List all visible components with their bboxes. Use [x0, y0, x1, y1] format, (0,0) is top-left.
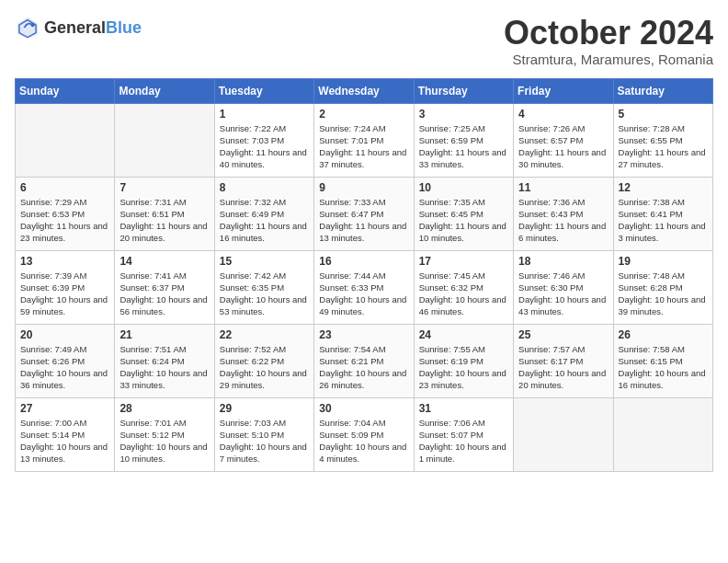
calendar-cell: 18Sunrise: 7:46 AMSunset: 6:30 PMDayligh…: [514, 250, 613, 324]
day-number: 1: [220, 108, 309, 121]
day-detail: Sunrise: 7:26 AMSunset: 6:57 PMDaylight:…: [518, 122, 608, 171]
day-detail: Sunrise: 7:33 AMSunset: 6:47 PMDaylight:…: [319, 196, 408, 245]
day-detail: Sunrise: 7:38 AMSunset: 6:41 PMDaylight:…: [619, 196, 708, 245]
calendar-cell: 2Sunrise: 7:24 AMSunset: 7:01 PMDaylight…: [314, 103, 414, 177]
calendar-cell: [613, 397, 712, 471]
day-number: 6: [20, 181, 109, 194]
calendar-cell: 11Sunrise: 7:36 AMSunset: 6:43 PMDayligh…: [514, 177, 613, 250]
day-detail: Sunrise: 7:35 AMSunset: 6:45 PMDaylight:…: [419, 196, 508, 245]
calendar-cell: [16, 103, 115, 177]
day-detail: Sunrise: 7:01 AMSunset: 5:12 PMDaylight:…: [119, 417, 209, 465]
day-number: 23: [319, 328, 408, 341]
weekday-header: Wednesday: [314, 78, 414, 103]
weekday-header: Sunday: [16, 78, 115, 103]
calendar-week-row: 20Sunrise: 7:49 AMSunset: 6:26 PMDayligh…: [16, 324, 713, 397]
calendar-week-row: 13Sunrise: 7:39 AMSunset: 6:39 PMDayligh…: [16, 250, 713, 324]
day-detail: Sunrise: 7:03 AMSunset: 5:10 PMDaylight:…: [220, 417, 309, 465]
day-detail: Sunrise: 7:51 AMSunset: 6:24 PMDaylight:…: [119, 343, 209, 392]
day-number: 10: [419, 181, 508, 194]
calendar-cell: 27Sunrise: 7:00 AMSunset: 5:14 PMDayligh…: [16, 397, 115, 471]
day-number: 20: [20, 328, 109, 341]
day-detail: Sunrise: 7:54 AMSunset: 6:21 PMDaylight:…: [319, 343, 408, 392]
logo-general: General: [44, 18, 106, 37]
svg-point-2: [31, 23, 35, 27]
calendar-cell: 28Sunrise: 7:01 AMSunset: 5:12 PMDayligh…: [115, 397, 214, 471]
calendar-cell: 16Sunrise: 7:44 AMSunset: 6:33 PMDayligh…: [314, 250, 414, 324]
calendar-cell: 25Sunrise: 7:57 AMSunset: 6:17 PMDayligh…: [514, 324, 613, 397]
day-detail: Sunrise: 7:39 AMSunset: 6:39 PMDaylight:…: [20, 270, 109, 318]
calendar-cell: 17Sunrise: 7:45 AMSunset: 6:32 PMDayligh…: [414, 250, 513, 324]
day-number: 26: [619, 328, 708, 341]
logo-icon: [15, 15, 40, 40]
calendar-header-row: SundayMondayTuesdayWednesdayThursdayFrid…: [16, 78, 713, 103]
logo-text: GeneralBlue: [44, 18, 142, 38]
day-number: 13: [20, 255, 109, 268]
calendar-table: SundayMondayTuesdayWednesdayThursdayFrid…: [15, 78, 713, 472]
calendar-cell: 12Sunrise: 7:38 AMSunset: 6:41 PMDayligh…: [613, 177, 712, 250]
logo-blue: Blue: [106, 18, 142, 37]
day-detail: Sunrise: 7:41 AMSunset: 6:37 PMDaylight:…: [119, 270, 209, 318]
day-number: 28: [119, 402, 209, 415]
day-number: 22: [220, 328, 309, 341]
calendar-cell: 22Sunrise: 7:52 AMSunset: 6:22 PMDayligh…: [214, 324, 313, 397]
calendar-cell: 23Sunrise: 7:54 AMSunset: 6:21 PMDayligh…: [314, 324, 414, 397]
day-number: 4: [518, 108, 608, 121]
calendar-cell: 19Sunrise: 7:48 AMSunset: 6:28 PMDayligh…: [613, 250, 712, 324]
day-number: 31: [419, 402, 508, 415]
calendar-cell: 20Sunrise: 7:49 AMSunset: 6:26 PMDayligh…: [16, 324, 115, 397]
day-detail: Sunrise: 7:48 AMSunset: 6:28 PMDaylight:…: [619, 270, 708, 318]
day-detail: Sunrise: 7:22 AMSunset: 7:03 PMDaylight:…: [220, 122, 309, 171]
day-detail: Sunrise: 7:04 AMSunset: 5:09 PMDaylight:…: [319, 417, 408, 465]
day-detail: Sunrise: 7:57 AMSunset: 6:17 PMDaylight:…: [518, 343, 608, 392]
day-number: 29: [220, 402, 309, 415]
day-number: 3: [419, 108, 508, 121]
calendar-cell: [514, 397, 613, 471]
day-number: 15: [220, 255, 309, 268]
day-detail: Sunrise: 7:58 AMSunset: 6:15 PMDaylight:…: [619, 343, 708, 392]
title-block: October 2024 Stramtura, Maramures, Roman…: [504, 15, 713, 67]
calendar-cell: 13Sunrise: 7:39 AMSunset: 6:39 PMDayligh…: [16, 250, 115, 324]
calendar-cell: 1Sunrise: 7:22 AMSunset: 7:03 PMDaylight…: [214, 103, 313, 177]
calendar-cell: 7Sunrise: 7:31 AMSunset: 6:51 PMDaylight…: [115, 177, 214, 250]
day-detail: Sunrise: 7:49 AMSunset: 6:26 PMDaylight:…: [20, 343, 109, 392]
calendar-cell: 9Sunrise: 7:33 AMSunset: 6:47 PMDaylight…: [314, 177, 414, 250]
day-detail: Sunrise: 7:46 AMSunset: 6:30 PMDaylight:…: [518, 270, 608, 318]
day-number: 19: [619, 255, 708, 268]
page-header: GeneralBlue October 2024 Stramtura, Mara…: [15, 15, 713, 67]
day-detail: Sunrise: 7:32 AMSunset: 6:49 PMDaylight:…: [220, 196, 309, 245]
calendar-cell: 3Sunrise: 7:25 AMSunset: 6:59 PMDaylight…: [414, 103, 513, 177]
day-detail: Sunrise: 7:00 AMSunset: 5:14 PMDaylight:…: [20, 417, 109, 465]
day-number: 30: [319, 402, 408, 415]
day-number: 14: [119, 255, 209, 268]
day-detail: Sunrise: 7:31 AMSunset: 6:51 PMDaylight:…: [119, 196, 209, 245]
calendar-cell: 31Sunrise: 7:06 AMSunset: 5:07 PMDayligh…: [414, 397, 513, 471]
calendar-cell: 29Sunrise: 7:03 AMSunset: 5:10 PMDayligh…: [214, 397, 313, 471]
calendar-cell: 30Sunrise: 7:04 AMSunset: 5:09 PMDayligh…: [314, 397, 414, 471]
day-detail: Sunrise: 7:52 AMSunset: 6:22 PMDaylight:…: [220, 343, 309, 392]
calendar-cell: 5Sunrise: 7:28 AMSunset: 6:55 PMDaylight…: [613, 103, 712, 177]
calendar-cell: 24Sunrise: 7:55 AMSunset: 6:19 PMDayligh…: [414, 324, 513, 397]
calendar-cell: 21Sunrise: 7:51 AMSunset: 6:24 PMDayligh…: [115, 324, 214, 397]
day-detail: Sunrise: 7:25 AMSunset: 6:59 PMDaylight:…: [419, 122, 508, 171]
calendar-cell: 6Sunrise: 7:29 AMSunset: 6:53 PMDaylight…: [16, 177, 115, 250]
calendar-week-row: 27Sunrise: 7:00 AMSunset: 5:14 PMDayligh…: [16, 397, 713, 471]
day-number: 21: [119, 328, 209, 341]
day-detail: Sunrise: 7:28 AMSunset: 6:55 PMDaylight:…: [619, 122, 708, 171]
day-number: 7: [119, 181, 209, 194]
day-detail: Sunrise: 7:42 AMSunset: 6:35 PMDaylight:…: [220, 270, 309, 318]
day-number: 16: [319, 255, 408, 268]
calendar-cell: 14Sunrise: 7:41 AMSunset: 6:37 PMDayligh…: [115, 250, 214, 324]
day-detail: Sunrise: 7:44 AMSunset: 6:33 PMDaylight:…: [319, 270, 408, 318]
calendar-cell: 4Sunrise: 7:26 AMSunset: 6:57 PMDaylight…: [514, 103, 613, 177]
day-number: 18: [518, 255, 608, 268]
weekday-header: Friday: [514, 78, 613, 103]
day-detail: Sunrise: 7:45 AMSunset: 6:32 PMDaylight:…: [419, 270, 508, 318]
day-detail: Sunrise: 7:36 AMSunset: 6:43 PMDaylight:…: [518, 196, 608, 245]
day-number: 12: [619, 181, 708, 194]
calendar-week-row: 1Sunrise: 7:22 AMSunset: 7:03 PMDaylight…: [16, 103, 713, 177]
day-number: 24: [419, 328, 508, 341]
calendar-cell: 15Sunrise: 7:42 AMSunset: 6:35 PMDayligh…: [214, 250, 313, 324]
day-number: 8: [220, 181, 309, 194]
day-number: 9: [319, 181, 408, 194]
day-detail: Sunrise: 7:24 AMSunset: 7:01 PMDaylight:…: [319, 122, 408, 171]
